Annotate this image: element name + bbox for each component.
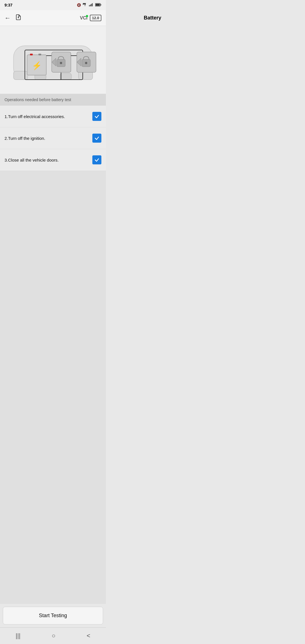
export-button[interactable] (15, 14, 21, 22)
menu-button[interactable]: ||| (11, 631, 25, 641)
svg-rect-6 (95, 4, 100, 6)
svg-point-21 (60, 62, 62, 64)
svg-rect-3 (92, 3, 93, 6)
checkmark-1-icon (94, 114, 100, 119)
svg-rect-5 (101, 4, 101, 5)
header-right: VCI 12.0 (80, 15, 101, 21)
empty-content-area (0, 171, 106, 604)
back-nav-button[interactable]: < (82, 631, 95, 641)
checklist-item-2-text: 2.Turn off the ignition. (5, 136, 45, 141)
status-bar: 9:37 🔇 (0, 0, 106, 10)
svg-rect-11 (60, 73, 71, 80)
checklist-item-3-text: 3.Close all the vehicle doors. (5, 158, 59, 162)
car-diagram: ⚡ (8, 32, 98, 88)
vci-connected-dot (86, 15, 88, 17)
checklist-item-3[interactable]: 3.Close all the vehicle doors. (0, 149, 106, 171)
checkmark-2-icon (94, 135, 100, 141)
wifi-icon (83, 3, 87, 7)
status-time: 9:37 (5, 3, 12, 7)
checkbox-3[interactable] (92, 155, 101, 164)
voltage-badge: 12.0 (90, 15, 101, 21)
svg-text:⚡: ⚡ (32, 61, 42, 70)
checkmark-3-icon (94, 157, 100, 163)
battery-icon (95, 3, 101, 7)
checkbox-2[interactable] (92, 134, 101, 143)
signal-icon (89, 3, 93, 7)
start-testing-button[interactable]: Start Testing (3, 607, 103, 625)
content-area: Operations needed before battery test 1.… (0, 94, 106, 604)
header-left: ← (5, 14, 21, 22)
svg-rect-2 (91, 4, 91, 6)
nav-bar: ||| ○ < (0, 627, 106, 644)
status-icons: 🔇 (77, 3, 101, 7)
checkbox-1[interactable] (92, 112, 101, 121)
operations-header: Operations needed before battery test (0, 94, 106, 106)
svg-rect-14 (30, 54, 33, 55)
mute-icon: 🔇 (77, 3, 81, 7)
home-button[interactable]: ○ (47, 631, 60, 641)
svg-rect-0 (89, 5, 90, 6)
svg-rect-15 (38, 54, 41, 55)
checklist-item-1-text: 1.Turn off electrical accessories. (5, 114, 65, 119)
checklist: 1.Turn off electrical accessories. 2.Tur… (0, 106, 106, 171)
car-diagram-section: ⚡ (0, 26, 106, 94)
svg-rect-1 (90, 5, 91, 6)
checklist-item-2[interactable]: 2.Turn off the ignition. (0, 127, 106, 149)
back-button[interactable]: ← (5, 14, 11, 22)
checklist-item-1[interactable]: 1.Turn off electrical accessories. (0, 106, 106, 127)
header: ← Battery VCI 12.0 (0, 10, 106, 26)
operations-header-text: Operations needed before battery test (5, 97, 71, 102)
svg-rect-8 (14, 71, 28, 80)
vci-badge: VCI (80, 16, 88, 21)
svg-point-26 (85, 62, 87, 64)
